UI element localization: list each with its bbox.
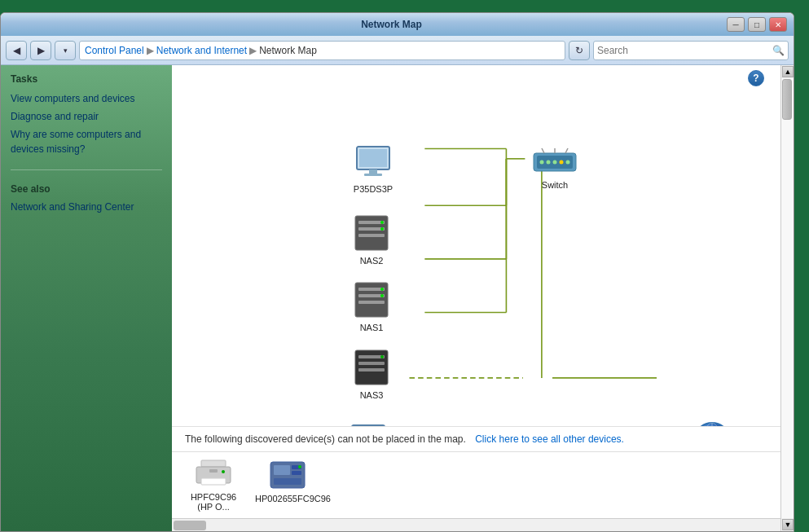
discovered-text: The following discovered device(s) can n… <box>185 433 466 445</box>
breadcrumb-sep-2: ▶ <box>249 45 257 56</box>
svg-rect-68 <box>292 471 301 475</box>
device-label-nas2: NAS2 <box>360 256 384 266</box>
breadcrumb: Control Panel ▶ Network and Internet ▶ N… <box>79 41 565 60</box>
scroll-track[interactable] <box>781 78 794 518</box>
breadcrumb-network-map: Network Map <box>259 45 317 56</box>
device-label-nas1: NAS1 <box>360 323 384 332</box>
svg-point-27 <box>380 294 384 297</box>
discovered-bar: The following discovered device(s) can n… <box>172 426 780 451</box>
main-area: Tasks View computers and devices Diagnos… <box>1 65 794 531</box>
search-input[interactable] <box>597 45 772 56</box>
device-switch[interactable]: Switch <box>532 147 578 190</box>
sidebar-item-sharing-center[interactable]: Network and Sharing Center <box>11 198 162 216</box>
sidebar-item-why-missing[interactable]: Why are some computers and devices missi… <box>11 125 162 158</box>
svg-point-39 <box>566 160 570 165</box>
svg-point-21 <box>380 227 384 231</box>
window-title: Network Map <box>56 19 727 30</box>
device-h67a[interactable]: H67A-UD3H <box>343 424 393 426</box>
nas2-icon <box>353 214 390 256</box>
svg-rect-15 <box>364 174 382 176</box>
search-box: 🔍 <box>593 41 789 60</box>
svg-point-35 <box>540 160 544 165</box>
sidebar-see-also: See also Network and Sharing Center <box>1 177 172 222</box>
switch-icon <box>532 147 578 180</box>
title-bar: Network Map ─ □ ✕ <box>1 13 794 36</box>
discovered-link[interactable]: Click here to see all other devices. <box>475 433 624 445</box>
sidebar-tasks-title: Tasks <box>11 73 162 85</box>
scroll-up-button[interactable]: ▲ <box>782 66 794 77</box>
window-controls: ─ □ ✕ <box>727 17 787 32</box>
sidebar-tasks-section: Tasks View computers and devices Diagnos… <box>1 65 172 163</box>
svg-rect-13 <box>359 149 387 167</box>
device-label-p35ds3p: P35DS3P <box>354 184 393 194</box>
search-icon[interactable]: 🔍 <box>772 45 785 56</box>
svg-rect-66 <box>274 478 301 485</box>
svg-point-38 <box>560 160 564 165</box>
device-p35ds3p[interactable]: P35DS3P <box>353 145 394 194</box>
svg-rect-61 <box>201 478 226 485</box>
address-bar: ◀ ▶ ▾ Control Panel ▶ Network and Intern… <box>1 36 794 65</box>
discovered-label-hpfc9c96: HPFC9C96 (HP O... <box>185 492 242 512</box>
sidebar: Tasks View computers and devices Diagnos… <box>1 65 172 531</box>
minimize-button[interactable]: ─ <box>727 17 745 32</box>
svg-point-63 <box>222 470 225 473</box>
scrollbar-thumb-h[interactable] <box>174 521 206 530</box>
sidebar-see-also-title: See also <box>11 183 162 195</box>
discovered-device-hp002655[interactable]: HP002655FC9C96 <box>255 459 320 503</box>
content-pane: ? <box>172 65 780 531</box>
back-button[interactable]: ◀ <box>6 41 27 60</box>
breadcrumb-sep-1: ▶ <box>147 45 154 56</box>
device-nas3[interactable]: NAS3 <box>353 349 390 400</box>
svg-rect-31 <box>358 368 385 372</box>
svg-rect-19 <box>358 234 385 237</box>
fax-icon <box>269 459 306 494</box>
discovered-devices: HPFC9C96 (HP O... HP0026 <box>172 451 780 518</box>
breadcrumb-control-panel[interactable]: Control Panel <box>85 45 144 56</box>
computer-icon <box>353 145 394 184</box>
svg-rect-30 <box>358 362 385 365</box>
svg-line-40 <box>542 148 544 153</box>
svg-point-37 <box>553 160 557 165</box>
printer-icon <box>195 459 232 492</box>
svg-rect-25 <box>358 301 385 304</box>
svg-point-32 <box>380 355 384 358</box>
forward-button[interactable]: ▶ <box>30 41 51 60</box>
device-internet[interactable]: Internet <box>692 420 732 426</box>
svg-rect-65 <box>274 465 290 475</box>
sidebar-divider <box>11 169 162 170</box>
sidebar-item-view-computers[interactable]: View computers and devices <box>11 90 162 108</box>
svg-line-42 <box>565 148 568 153</box>
network-map-area: P35DS3P NAS2 <box>172 65 780 426</box>
discovered-device-hpfc9c96[interactable]: HPFC9C96 (HP O... <box>185 459 242 512</box>
svg-rect-14 <box>369 169 377 174</box>
svg-point-69 <box>298 465 301 468</box>
dropdown-button[interactable]: ▾ <box>55 41 76 60</box>
device-nas1[interactable]: NAS1 <box>353 281 390 332</box>
device-nas2[interactable]: NAS2 <box>353 214 390 266</box>
scroll-down-button[interactable]: ▼ <box>782 519 794 530</box>
device-label-nas3: NAS3 <box>360 390 384 400</box>
scroll-thumb[interactable] <box>782 79 792 120</box>
svg-point-26 <box>380 288 384 291</box>
svg-rect-62 <box>209 469 218 473</box>
discovered-label-hp002655: HP002655FC9C96 <box>255 494 320 503</box>
device-label-switch: Switch <box>542 180 568 190</box>
scrollbar-vertical[interactable]: ▲ ▼ <box>780 65 794 531</box>
nas1-icon <box>353 281 390 323</box>
svg-point-20 <box>380 221 384 224</box>
sidebar-item-diagnose-repair[interactable]: Diagnose and repair <box>11 108 162 125</box>
svg-rect-59 <box>201 460 226 467</box>
bottom-scrollbar[interactable] <box>172 518 780 531</box>
nas3-icon <box>353 349 390 390</box>
refresh-button[interactable]: ↻ <box>569 41 590 60</box>
h67a-icon <box>348 424 389 426</box>
svg-rect-43 <box>352 425 385 426</box>
internet-globe-icon <box>692 420 732 426</box>
breadcrumb-network-internet[interactable]: Network and Internet <box>156 45 247 56</box>
network-map-svg <box>172 65 780 426</box>
maximize-button[interactable]: □ <box>748 17 766 32</box>
close-button[interactable]: ✕ <box>769 17 787 32</box>
svg-point-36 <box>547 160 551 165</box>
